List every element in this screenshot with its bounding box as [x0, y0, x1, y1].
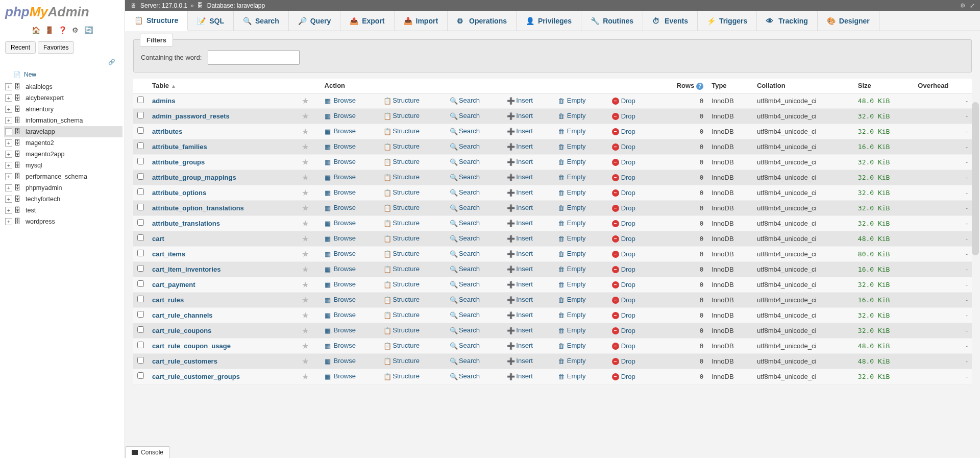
drop-link[interactable]: −Drop — [612, 235, 635, 243]
search-link[interactable]: 🔍Search — [450, 97, 480, 104]
table-name-link[interactable]: cart_rule_customers — [152, 357, 217, 365]
structure-link[interactable]: 📋Structure — [383, 357, 420, 365]
expand-icon[interactable]: + — [5, 151, 12, 158]
search-link[interactable]: 🔍Search — [450, 204, 480, 211]
expand-icon[interactable]: + — [5, 83, 12, 90]
table-name-link[interactable]: attribute_translations — [152, 220, 220, 227]
structure-link[interactable]: 📋Structure — [383, 280, 420, 288]
browse-link[interactable]: ▦Browse — [325, 204, 356, 211]
empty-link[interactable]: 🗑Empty — [558, 97, 586, 104]
structure-link[interactable]: 📋Structure — [383, 296, 420, 303]
favorite-star-icon[interactable]: ★ — [302, 342, 309, 350]
favorite-star-icon[interactable]: ★ — [302, 204, 309, 212]
home-icon[interactable]: 🏠 — [32, 26, 41, 35]
structure-link[interactable]: 📋Structure — [383, 326, 420, 334]
insert-link[interactable]: ➕Insert — [507, 173, 533, 181]
favorite-star-icon[interactable]: ★ — [302, 219, 309, 228]
table-name-link[interactable]: cart_rule_coupons — [152, 327, 211, 334]
new-database-link[interactable]: 📄 New — [4, 69, 122, 81]
empty-link[interactable]: 🗑Empty — [558, 357, 586, 365]
reload-icon[interactable]: 🔄 — [84, 26, 93, 35]
empty-link[interactable]: 🗑Empty — [558, 326, 586, 334]
tab-sql[interactable]: 📝SQL — [188, 11, 234, 31]
drop-link[interactable]: −Drop — [612, 296, 635, 304]
table-name-link[interactable]: attribute_families — [152, 143, 207, 151]
db-tree-item[interactable]: +🗄magento2app — [4, 149, 122, 160]
drop-link[interactable]: −Drop — [612, 97, 635, 105]
filter-input[interactable] — [208, 50, 300, 65]
expand-icon[interactable]: + — [5, 196, 12, 203]
browse-link[interactable]: ▦Browse — [325, 326, 356, 334]
drop-link[interactable]: −Drop — [612, 174, 635, 181]
scrollbar[interactable] — [972, 102, 979, 255]
browse-link[interactable]: ▦Browse — [325, 188, 356, 196]
search-link[interactable]: 🔍Search — [450, 234, 480, 242]
insert-link[interactable]: ➕Insert — [507, 296, 533, 303]
search-link[interactable]: 🔍Search — [450, 357, 480, 365]
tab-triggers[interactable]: ⚡Triggers — [698, 11, 757, 31]
table-name-link[interactable]: attribute_group_mappings — [152, 174, 236, 181]
row-checkbox[interactable] — [137, 372, 144, 379]
db-tree-item[interactable]: +🗄mysql — [4, 160, 122, 171]
drop-link[interactable]: −Drop — [612, 250, 635, 258]
search-link[interactable]: 🔍Search — [450, 326, 480, 334]
row-checkbox[interactable] — [137, 250, 144, 256]
tab-search[interactable]: 🔍Search — [234, 11, 289, 31]
search-link[interactable]: 🔍Search — [450, 265, 480, 273]
empty-link[interactable]: 🗑Empty — [558, 311, 586, 319]
structure-link[interactable]: 📋Structure — [383, 188, 420, 196]
table-name-link[interactable]: cart_payment — [152, 281, 195, 288]
structure-link[interactable]: 📋Structure — [383, 311, 420, 319]
favorite-star-icon[interactable]: ★ — [302, 127, 309, 136]
drop-link[interactable]: −Drop — [612, 128, 635, 135]
row-checkbox[interactable] — [137, 97, 144, 103]
breadcrumb-database[interactable]: Database: laravelapp — [207, 2, 265, 9]
structure-link[interactable]: 📋Structure — [383, 372, 420, 380]
insert-link[interactable]: ➕Insert — [507, 158, 533, 165]
table-name-link[interactable]: attribute_groups — [152, 158, 205, 166]
favorite-star-icon[interactable]: ★ — [302, 173, 309, 182]
search-link[interactable]: 🔍Search — [450, 158, 480, 165]
db-tree-item[interactable]: +🗄information_schema — [4, 115, 122, 126]
col-table[interactable]: Table▲ — [148, 79, 298, 93]
structure-link[interactable]: 📋Structure — [383, 250, 420, 257]
table-name-link[interactable]: cart_rule_channels — [152, 311, 213, 319]
browse-link[interactable]: ▦Browse — [325, 311, 356, 319]
structure-link[interactable]: 📋Structure — [383, 265, 420, 273]
expand-icon[interactable]: + — [5, 162, 12, 169]
row-checkbox[interactable] — [137, 326, 144, 333]
drop-link[interactable]: −Drop — [612, 281, 635, 288]
expand-icon[interactable]: + — [5, 106, 12, 113]
favorite-star-icon[interactable]: ★ — [302, 234, 309, 243]
breadcrumb-server[interactable]: Server: 127.0.0.1 — [140, 2, 187, 9]
drop-link[interactable]: −Drop — [612, 204, 635, 212]
expand-icon[interactable]: + — [5, 94, 12, 102]
recent-tab[interactable]: Recent — [5, 41, 36, 54]
expand-icon[interactable]: + — [5, 218, 12, 225]
help-icon[interactable]: ? — [696, 83, 703, 90]
table-name-link[interactable]: cart_rules — [152, 296, 184, 304]
drop-link[interactable]: −Drop — [612, 357, 635, 365]
search-link[interactable]: 🔍Search — [450, 219, 480, 227]
db-tree-item[interactable]: +🗄techyfortech — [4, 194, 122, 205]
db-tree-item[interactable]: +🗄magento2 — [4, 137, 122, 149]
favorite-star-icon[interactable]: ★ — [302, 250, 309, 258]
favorite-star-icon[interactable]: ★ — [302, 112, 309, 120]
tab-designer[interactable]: 🎨Designer — [818, 11, 879, 31]
favorite-star-icon[interactable]: ★ — [302, 188, 309, 197]
browse-link[interactable]: ▦Browse — [325, 250, 356, 257]
drop-link[interactable]: −Drop — [612, 220, 635, 227]
drop-link[interactable]: −Drop — [612, 112, 635, 120]
insert-link[interactable]: ➕Insert — [507, 142, 533, 150]
tab-export[interactable]: 📤Export — [340, 11, 394, 31]
insert-link[interactable]: ➕Insert — [507, 311, 533, 319]
empty-link[interactable]: 🗑Empty — [558, 127, 586, 135]
empty-link[interactable]: 🗑Empty — [558, 250, 586, 257]
col-overhead[interactable]: Overhead — [914, 79, 972, 93]
table-name-link[interactable]: admin_password_resets — [152, 112, 230, 120]
drop-link[interactable]: −Drop — [612, 342, 635, 350]
col-collation[interactable]: Collation — [753, 79, 854, 93]
expand-icon[interactable]: + — [5, 117, 12, 124]
table-name-link[interactable]: attribute_options — [152, 189, 206, 197]
db-tree-item[interactable]: +🗄alcyberexpert — [4, 92, 122, 104]
